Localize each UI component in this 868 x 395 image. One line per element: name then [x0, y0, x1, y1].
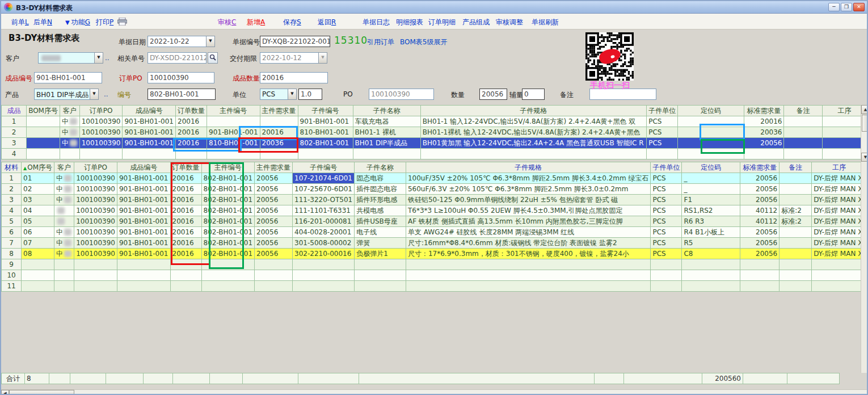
horizontal-scroll-thumb[interactable] [9, 390, 74, 395]
row-number[interactable]: 7 [2, 238, 22, 249]
related-no-input[interactable]: DY-XSDD-221012-01 [148, 52, 207, 64]
column-header[interactable]: 子件单位 [647, 106, 678, 116]
related-no-lookup-button[interactable] [208, 52, 218, 64]
doc-date-calendar-icon[interactable]: ▼ [206, 36, 215, 47]
toolbar-item-功能[interactable]: ▼功能G [65, 18, 90, 27]
vertical-scroll-track[interactable] [861, 162, 868, 373]
toolbar-item-审核调整[interactable]: 审核调整 [496, 18, 523, 27]
table-row[interactable]: 9 [2, 259, 867, 270]
column-header[interactable]: 子件规格 [406, 162, 651, 173]
part-no-input[interactable]: 802-BH01-001 [148, 89, 216, 100]
row-number[interactable]: 10 [2, 270, 22, 281]
row-number[interactable]: 1 [2, 173, 22, 184]
column-header[interactable]: 子件编号 [298, 106, 353, 116]
table-row[interactable]: 404100100390901-BH01-00120016802-BH01-00… [2, 205, 867, 216]
vertical-scrollbar[interactable]: ▲ ▼ [861, 105, 868, 162]
column-header[interactable]: 工序 [812, 162, 867, 173]
table-row[interactable]: 4 [2, 149, 867, 159]
table-row[interactable]: 707中100100390901-BH01-00120016802-BH01-0… [2, 238, 867, 249]
table-row[interactable]: 202中100100390901-BH01-00120016802-BH01-0… [2, 184, 867, 195]
column-header[interactable]: 成品编号 [117, 162, 170, 173]
column-header[interactable]: 成品编号 [123, 106, 176, 116]
unit-dropdown-icon[interactable]: ▼ [288, 89, 297, 100]
customer-select[interactable] [38, 52, 95, 64]
customer-dropdown-icon[interactable]: ▼ [94, 52, 103, 64]
maximize-button[interactable]: ❐ [841, 3, 852, 11]
unit-select[interactable]: PCS [260, 89, 288, 100]
po-input[interactable]: 100100390 [369, 89, 434, 100]
close-button[interactable]: ✕ [853, 3, 865, 11]
scroll-left-icon[interactable]: ◀ [1, 390, 9, 395]
row-number[interactable]: 9 [2, 259, 22, 270]
ref-order-link[interactable]: 引用订单 [367, 37, 394, 47]
row-number[interactable]: 3 [2, 195, 22, 205]
toolbar-item-打印[interactable]: 打印P [96, 18, 113, 27]
column-header[interactable]: 主件编号 [207, 106, 260, 116]
column-header[interactable]: 订单数量 [176, 106, 207, 116]
table-row[interactable]: 505100100390901-BH01-00120016802-BH01-00… [2, 216, 867, 227]
scroll-down-icon[interactable]: ▼ [861, 153, 868, 162]
bom-expand-link[interactable]: BOM表5级展开 [400, 37, 447, 47]
deadline-input[interactable]: 2022-10-12 [260, 52, 319, 64]
table-row[interactable]: 606中100100390901-BH01-00120016802-BH01-0… [2, 227, 867, 238]
column-header[interactable]: 子件单位 [651, 162, 682, 173]
toolbar-item-审核[interactable]: 审核C [218, 18, 236, 27]
factor-input[interactable]: 1.0 [298, 89, 322, 100]
row-number[interactable]: 8 [2, 249, 22, 259]
column-header[interactable]: ▲OM序号 [22, 162, 54, 173]
column-header[interactable]: 子件名称 [353, 106, 420, 116]
product-no-input[interactable]: 901-BH01-001 [34, 72, 102, 83]
column-header[interactable]: 工序 [822, 106, 866, 116]
row-number[interactable]: 5 [2, 216, 22, 227]
column-header[interactable]: 订单PO [79, 106, 123, 116]
row-number[interactable]: 4 [2, 149, 27, 159]
row-number[interactable]: 2 [2, 127, 27, 138]
order-po-input[interactable]: 100100390 [148, 72, 214, 83]
scroll-up-icon[interactable]: ▲ [861, 105, 868, 114]
table-row[interactable]: 2中100100390901-BH01-00120016901-BH01-001… [2, 127, 867, 138]
toolbar-item-前单[interactable]: 前单L [11, 18, 29, 27]
toolbar-item-返回[interactable]: 返回R [318, 18, 336, 27]
column-header[interactable]: 子件编号 [293, 162, 355, 173]
table-row[interactable]: 101中100100390901-BH01-00120016802-BH01-0… [2, 173, 867, 184]
aux-qty-input[interactable]: 0 [522, 89, 545, 100]
table-row[interactable]: 1中100100390901-BH01-00120016901-BH01-001… [2, 116, 867, 127]
column-header[interactable]: 标准需求量 [744, 106, 784, 116]
toolbar-item-单据日志[interactable]: 单据日志 [363, 18, 390, 27]
column-header[interactable]: 备注 [784, 106, 822, 116]
column-header[interactable]: 子件名称 [355, 162, 406, 173]
product-select[interactable]: BH01 DIP半成品 [34, 89, 90, 100]
toolbar-item-明细报表[interactable]: 明细报表 [396, 18, 423, 27]
horizontal-scrollbar[interactable]: ◀ [1, 389, 868, 395]
row-number[interactable]: 1 [2, 116, 27, 127]
column-header[interactable]: 备注 [779, 162, 812, 173]
column-header[interactable]: BOM序号 [27, 106, 60, 116]
vertical-scroll-thumb[interactable] [862, 115, 868, 132]
toolbar-item-新增[interactable]: 新增A [247, 18, 265, 27]
toolbar-item-单据刷新[interactable]: 单据刷新 [532, 18, 559, 27]
column-header[interactable]: 定位码 [682, 162, 740, 173]
column-header[interactable]: 子件规格 [420, 106, 647, 116]
doc-date-input[interactable]: 2022-10-22 [148, 36, 207, 47]
toolbar-item-产品组成[interactable]: 产品组成 [462, 18, 490, 27]
toolbar-item-后单[interactable]: 后单N [33, 18, 52, 27]
product-dropdown-icon[interactable]: ▼ [90, 89, 99, 100]
column-header[interactable]: 定位码 [678, 106, 744, 116]
row-number[interactable]: 3 [2, 138, 27, 149]
column-header[interactable]: 主件需求量 [255, 162, 293, 173]
product-browse-dots[interactable]: .. [104, 90, 108, 98]
column-header[interactable]: 主件需求量 [260, 106, 298, 116]
row-number[interactable]: 11 [2, 281, 22, 292]
column-header[interactable]: 客户 [54, 162, 74, 173]
qty-input[interactable]: 20056 [479, 89, 507, 100]
row-number[interactable]: 6 [2, 227, 22, 238]
column-header[interactable]: 客户 [60, 106, 79, 116]
column-header[interactable]: 标准需求量 [740, 162, 779, 173]
table-row[interactable]: 11 [2, 281, 867, 292]
table-row[interactable]: 10 [2, 270, 867, 281]
minimize-button[interactable]: ─ [828, 3, 840, 11]
toolbar-item-订单明细[interactable]: 订单明细 [428, 18, 456, 27]
column-header[interactable]: 主件编号 [201, 162, 255, 173]
toolbar-item-保存[interactable]: 保存S [283, 18, 301, 27]
table-row[interactable]: 3中100100390901-BH01-00120016810-BH01-001… [2, 138, 867, 149]
